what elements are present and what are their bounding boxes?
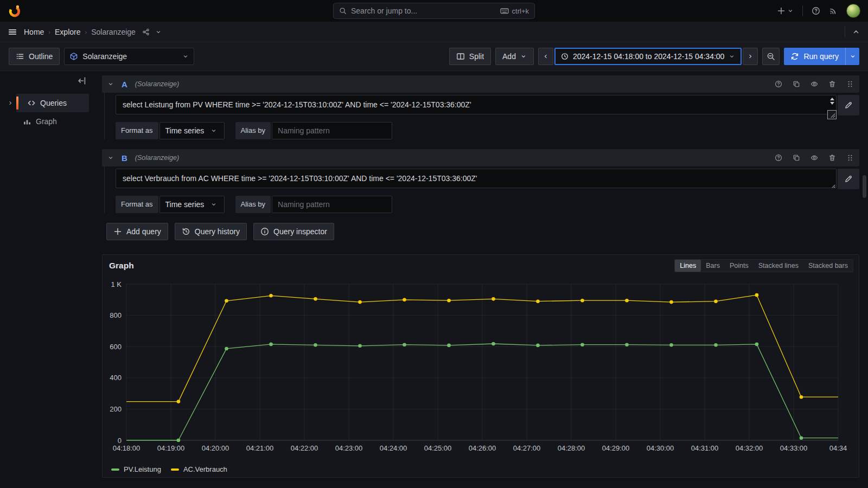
format-as-select[interactable]: Time series <box>159 122 225 139</box>
resize-handle[interactable] <box>829 181 835 187</box>
series-point-AC.Verbrauch[interactable] <box>625 299 629 303</box>
series-point-AC.Verbrauch[interactable] <box>447 299 451 303</box>
series-point-PV.Leistung[interactable] <box>225 347 228 351</box>
chevron-down-icon[interactable] <box>107 81 114 87</box>
time-shift-back-button[interactable] <box>538 48 553 65</box>
series-point-PV.Leistung[interactable] <box>177 439 181 442</box>
help-icon[interactable] <box>775 80 782 88</box>
share-icon[interactable] <box>142 28 150 36</box>
drag-handle-icon[interactable] <box>846 80 854 88</box>
series-point-AC.Verbrauch[interactable] <box>714 299 718 303</box>
series-point-PV.Leistung[interactable] <box>358 344 362 348</box>
series-point-PV.Leistung[interactable] <box>714 343 718 347</box>
breadcrumb-home[interactable]: Home <box>24 28 44 36</box>
grafana-logo-icon[interactable] <box>8 4 22 18</box>
run-query-button[interactable]: Run query <box>784 48 859 65</box>
timeseries-chart[interactable]: 02004006008001 K04:18:0004:19:0004:20:00… <box>107 274 850 462</box>
time-range-picker[interactable]: 2024-12-15 04:18:00 to 2024-12-15 04:34:… <box>554 48 742 65</box>
series-point-AC.Verbrauch[interactable] <box>269 294 273 298</box>
outline-button[interactable]: Outline <box>9 48 60 65</box>
page-scrollbar-thumb[interactable] <box>863 175 866 198</box>
query-a-sql-editor[interactable]: select Leistung from PV WHERE time >= '2… <box>116 95 837 114</box>
series-point-PV.Leistung[interactable] <box>269 343 273 346</box>
help-icon[interactable] <box>775 154 782 162</box>
query-ref-letter[interactable]: A <box>122 80 127 89</box>
eye-icon[interactable] <box>810 80 818 88</box>
series-point-PV.Leistung[interactable] <box>536 344 540 348</box>
graph-mode-lines[interactable]: Lines <box>675 260 701 272</box>
series-point-PV.Leistung[interactable] <box>800 436 803 440</box>
plus-icon <box>113 227 122 236</box>
add-button[interactable]: Add <box>495 48 534 65</box>
series-point-PV.Leistung[interactable] <box>580 343 584 346</box>
help-button[interactable] <box>812 7 820 15</box>
series-point-AC.Verbrauch[interactable] <box>669 300 673 304</box>
graph-mode-stacked-bars[interactable]: Stacked bars <box>803 260 853 272</box>
query-ref-letter[interactable]: B <box>122 153 127 163</box>
sidebar-item-queries[interactable]: Queries <box>16 94 89 112</box>
series-point-AC.Verbrauch[interactable] <box>403 298 406 302</box>
series-point-PV.Leistung[interactable] <box>447 344 451 348</box>
series-point-AC.Verbrauch[interactable] <box>358 300 362 304</box>
series-point-AC.Verbrauch[interactable] <box>755 293 759 297</box>
graph-mode-bars[interactable]: Bars <box>701 260 725 272</box>
menu-icon[interactable] <box>8 27 17 37</box>
series-point-AC.Verbrauch[interactable] <box>800 395 803 399</box>
series-point-PV.Leistung[interactable] <box>314 343 317 347</box>
series-point-AC.Verbrauch[interactable] <box>536 299 540 303</box>
copy-icon[interactable] <box>793 154 800 162</box>
trash-icon[interactable] <box>828 154 836 162</box>
new-button[interactable] <box>777 7 794 15</box>
search-input[interactable]: Search or jump to... ctrl+k <box>333 3 535 19</box>
edit-query-button[interactable] <box>838 169 859 189</box>
query-history-button[interactable]: Query history <box>175 223 247 240</box>
add-query-button[interactable]: Add query <box>106 223 168 240</box>
sidebar-item-graph[interactable]: Graph <box>16 112 89 131</box>
zoom-out-button[interactable] <box>762 48 780 65</box>
drag-handle-icon[interactable] <box>846 154 854 162</box>
edit-query-button[interactable] <box>838 95 859 115</box>
trash-icon[interactable] <box>828 80 836 88</box>
series-point-PV.Leistung[interactable] <box>669 343 673 347</box>
time-shift-forward-button[interactable] <box>743 48 758 65</box>
series-point-PV.Leistung[interactable] <box>755 343 759 346</box>
copy-icon[interactable] <box>793 80 800 88</box>
graph-mode-points[interactable]: Points <box>725 260 754 272</box>
editor-spinner[interactable] <box>830 98 834 105</box>
query-inspector-button[interactable]: Query inspector <box>253 223 334 240</box>
series-point-AC.Verbrauch[interactable] <box>177 400 181 403</box>
split-button[interactable]: Split <box>449 48 491 65</box>
eye-icon[interactable] <box>810 154 818 162</box>
series-point-PV.Leistung[interactable] <box>625 343 629 346</box>
alias-by-input[interactable] <box>272 122 392 139</box>
expand-queries-chevron[interactable] <box>4 94 16 112</box>
format-as-label: Format as <box>116 122 158 139</box>
y-axis-tick-label: 200 <box>110 405 122 413</box>
breadcrumb-explore[interactable]: Explore <box>55 28 80 36</box>
series-point-AC.Verbrauch[interactable] <box>580 299 584 303</box>
collapse-sidebar-button[interactable] <box>77 76 87 86</box>
legend-item-AC.Verbrauch[interactable]: AC.Verbrauch <box>171 465 227 473</box>
graph-style-radio-group: Lines Bars Points Stacked lines Stacked … <box>674 259 853 272</box>
format-as-select[interactable]: Time series <box>159 196 225 213</box>
resize-handle[interactable] <box>827 110 837 119</box>
query-b-sql-editor[interactable]: select Verbrauch from AC WHERE time >= '… <box>116 169 837 188</box>
series-point-PV.Leistung[interactable] <box>492 342 495 346</box>
datasource-picker[interactable]: Solaranzeige <box>64 48 194 65</box>
query-sql-text: select Verbrauch from AC WHERE time >= '… <box>123 174 477 183</box>
alias-by-input[interactable] <box>272 196 392 213</box>
chevron-up-icon[interactable] <box>852 28 860 36</box>
alias-by-label: Alias by <box>235 196 271 213</box>
user-avatar[interactable] <box>846 4 860 18</box>
series-point-PV.Leistung[interactable] <box>403 343 406 346</box>
series-point-AC.Verbrauch[interactable] <box>225 299 228 303</box>
series-point-AC.Verbrauch[interactable] <box>314 297 317 301</box>
news-button[interactable] <box>829 7 838 15</box>
chevron-down-icon <box>520 53 527 60</box>
series-point-AC.Verbrauch[interactable] <box>492 297 495 301</box>
legend-item-PV.Leistung[interactable]: PV.Leistung <box>111 465 161 473</box>
chevron-down-icon[interactable] <box>155 29 162 35</box>
chevron-down-icon[interactable] <box>107 155 114 161</box>
run-query-options[interactable] <box>845 48 859 65</box>
graph-mode-stacked-lines[interactable]: Stacked lines <box>754 260 803 272</box>
